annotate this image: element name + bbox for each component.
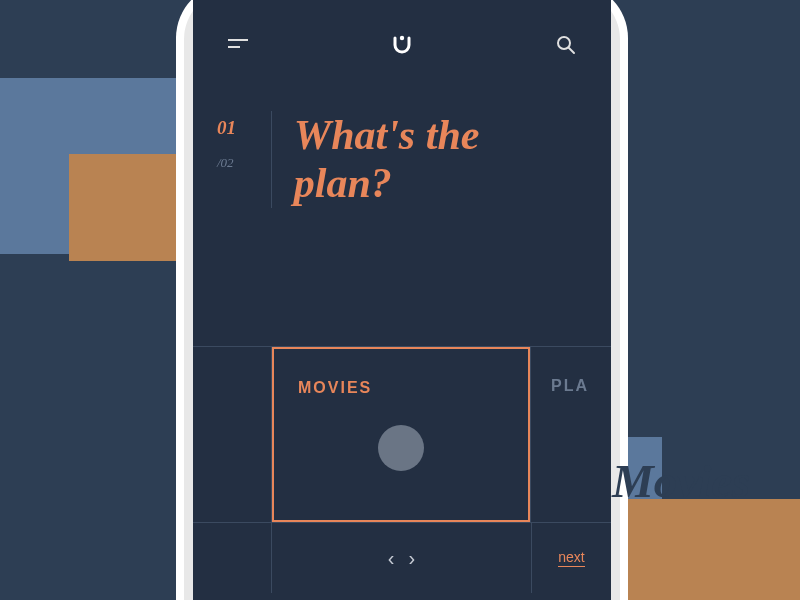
phone-screen: 01 /02 What's the plan? MOVIES PLA ‹ [193,0,611,600]
next-button-label: next [558,549,584,567]
category-carousel[interactable]: MOVIES PLA [193,346,611,523]
svg-line-2 [569,48,574,53]
category-card-peek-label: PLA [551,377,589,394]
category-card-label: MOVIES [298,379,372,397]
phone-bezel: 01 /02 What's the plan? MOVIES PLA ‹ [184,0,620,600]
page-heading: What's the plan? [272,111,587,208]
next-arrow[interactable]: › [409,547,416,570]
carousel-spacer [193,347,272,522]
prev-arrow[interactable]: ‹ [388,547,395,570]
card-indicator-dot [378,425,424,471]
bg-block-brown-small [69,154,176,261]
footer: ‹ › next [193,523,611,593]
footer-spacer [193,523,272,593]
step-current: 01 [217,117,271,139]
phone-frame: 01 /02 What's the plan? MOVIES PLA ‹ [176,0,628,600]
category-card-peek[interactable]: PLA [530,347,611,522]
bg-category-label: Movies [612,454,750,508]
step-total: /02 [217,155,271,171]
content: 01 /02 What's the plan? [193,56,611,208]
svg-point-1 [558,37,570,49]
search-icon[interactable] [556,35,576,55]
app-logo [391,34,413,56]
carousel-arrows: ‹ › [272,523,531,593]
next-button[interactable]: next [531,523,611,593]
category-card-selected[interactable]: MOVIES [272,347,530,522]
header [193,0,611,56]
svg-point-0 [400,36,404,40]
step-indicator: 01 /02 [217,111,272,208]
menu-icon[interactable] [228,39,248,51]
